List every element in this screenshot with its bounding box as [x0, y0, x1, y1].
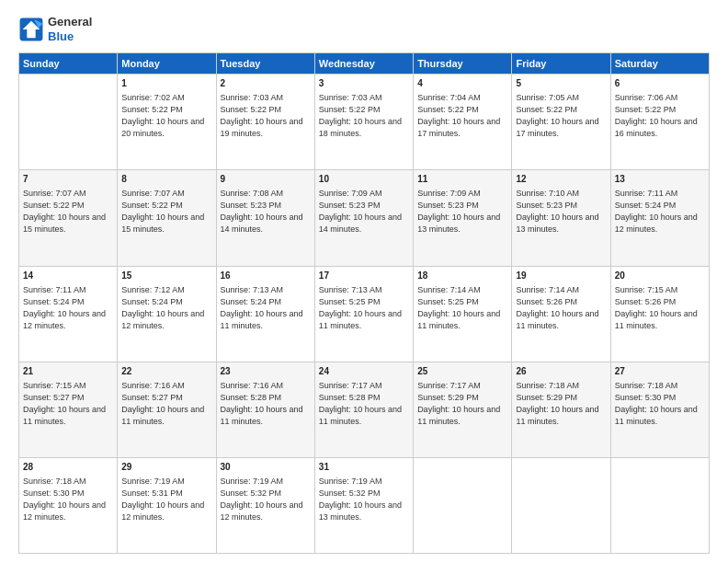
day-number: 29: [121, 461, 211, 474]
col-header-monday: Monday: [118, 53, 216, 75]
day-detail: Sunrise: 7:04 AM Sunset: 5:22 PM Dayligh…: [417, 92, 507, 140]
day-detail: Sunrise: 7:19 AM Sunset: 5:32 PM Dayligh…: [221, 476, 311, 523]
cell-w0-d1: 1Sunrise: 7:02 AM Sunset: 5:22 PM Daylig…: [118, 75, 216, 170]
col-header-saturday: Saturday: [610, 53, 709, 75]
cell-w3-d1: 22Sunrise: 7:16 AM Sunset: 5:27 PM Dayli…: [118, 362, 216, 457]
header-row: SundayMondayTuesdayWednesdayThursdayFrid…: [19, 53, 710, 75]
cell-w1-d4: 11Sunrise: 7:09 AM Sunset: 5:23 PM Dayli…: [414, 170, 512, 266]
day-detail: Sunrise: 7:07 AM Sunset: 5:22 PM Dayligh…: [121, 188, 211, 236]
logo: General Blue: [18, 15, 92, 43]
day-number: 22: [121, 365, 211, 378]
day-detail: Sunrise: 7:15 AM Sunset: 5:26 PM Dayligh…: [615, 284, 705, 332]
day-detail: Sunrise: 7:17 AM Sunset: 5:28 PM Dayligh…: [319, 380, 409, 428]
day-detail: Sunrise: 7:12 AM Sunset: 5:24 PM Dayligh…: [121, 284, 211, 332]
week-row-3: 21Sunrise: 7:15 AM Sunset: 5:27 PM Dayli…: [19, 362, 710, 457]
day-number: 19: [516, 270, 606, 282]
day-number: 8: [121, 173, 211, 186]
cell-w3-d4: 25Sunrise: 7:17 AM Sunset: 5:29 PM Dayli…: [414, 362, 512, 457]
cell-w2-d2: 16Sunrise: 7:13 AM Sunset: 5:24 PM Dayli…: [216, 266, 314, 362]
header: General Blue: [18, 15, 710, 43]
cell-w2-d5: 19Sunrise: 7:14 AM Sunset: 5:26 PM Dayli…: [512, 266, 610, 362]
day-number: 17: [319, 270, 409, 282]
cell-w1-d0: 7Sunrise: 7:07 AM Sunset: 5:22 PM Daylig…: [19, 170, 118, 266]
day-detail: Sunrise: 7:16 AM Sunset: 5:27 PM Dayligh…: [121, 380, 211, 428]
col-header-friday: Friday: [512, 53, 610, 75]
cell-w3-d6: 27Sunrise: 7:18 AM Sunset: 5:30 PM Dayli…: [610, 362, 709, 457]
cell-w0-d3: 3Sunrise: 7:03 AM Sunset: 5:22 PM Daylig…: [314, 75, 413, 170]
cell-w0-d5: 5Sunrise: 7:05 AM Sunset: 5:22 PM Daylig…: [512, 75, 610, 170]
day-detail: Sunrise: 7:03 AM Sunset: 5:22 PM Dayligh…: [221, 92, 311, 140]
cell-w2-d1: 15Sunrise: 7:12 AM Sunset: 5:24 PM Dayli…: [118, 266, 216, 362]
day-detail: Sunrise: 7:08 AM Sunset: 5:23 PM Dayligh…: [221, 188, 311, 236]
cell-w0-d0: [19, 75, 118, 170]
day-detail: Sunrise: 7:11 AM Sunset: 5:24 PM Dayligh…: [615, 188, 705, 236]
cell-w1-d5: 12Sunrise: 7:10 AM Sunset: 5:23 PM Dayli…: [512, 170, 610, 266]
day-number: 20: [615, 270, 705, 282]
day-detail: Sunrise: 7:18 AM Sunset: 5:30 PM Dayligh…: [23, 476, 113, 523]
cell-w4-d0: 28Sunrise: 7:18 AM Sunset: 5:30 PM Dayli…: [19, 457, 118, 553]
cell-w2-d0: 14Sunrise: 7:11 AM Sunset: 5:24 PM Dayli…: [19, 266, 118, 362]
day-number: 3: [319, 77, 409, 90]
cell-w0-d2: 2Sunrise: 7:03 AM Sunset: 5:22 PM Daylig…: [216, 75, 314, 170]
day-number: 11: [417, 173, 507, 186]
cell-w3-d3: 24Sunrise: 7:17 AM Sunset: 5:28 PM Dayli…: [314, 362, 413, 457]
logo-icon: [18, 17, 44, 42]
day-number: 31: [319, 461, 409, 474]
cell-w2-d4: 18Sunrise: 7:14 AM Sunset: 5:25 PM Dayli…: [414, 266, 512, 362]
day-detail: Sunrise: 7:05 AM Sunset: 5:22 PM Dayligh…: [516, 92, 606, 140]
day-number: 15: [121, 270, 211, 282]
cell-w4-d2: 30Sunrise: 7:19 AM Sunset: 5:32 PM Dayli…: [216, 457, 314, 553]
day-detail: Sunrise: 7:13 AM Sunset: 5:25 PM Dayligh…: [319, 284, 409, 332]
week-row-2: 14Sunrise: 7:11 AM Sunset: 5:24 PM Dayli…: [19, 266, 710, 362]
day-number: 4: [417, 77, 507, 90]
page: General Blue SundayMondayTuesdayWednesda…: [0, 0, 728, 563]
day-number: 24: [319, 365, 409, 378]
day-detail: Sunrise: 7:11 AM Sunset: 5:24 PM Dayligh…: [23, 284, 113, 332]
day-detail: Sunrise: 7:13 AM Sunset: 5:24 PM Dayligh…: [221, 284, 311, 332]
col-header-sunday: Sunday: [19, 53, 118, 75]
cell-w2-d6: 20Sunrise: 7:15 AM Sunset: 5:26 PM Dayli…: [610, 266, 709, 362]
cell-w0-d6: 6Sunrise: 7:06 AM Sunset: 5:22 PM Daylig…: [610, 75, 709, 170]
day-detail: Sunrise: 7:14 AM Sunset: 5:25 PM Dayligh…: [417, 284, 507, 332]
cell-w4-d1: 29Sunrise: 7:19 AM Sunset: 5:31 PM Dayli…: [118, 457, 216, 553]
day-detail: Sunrise: 7:06 AM Sunset: 5:22 PM Dayligh…: [615, 92, 705, 140]
day-number: 25: [417, 365, 507, 378]
day-detail: Sunrise: 7:19 AM Sunset: 5:31 PM Dayligh…: [121, 476, 211, 523]
cell-w3-d2: 23Sunrise: 7:16 AM Sunset: 5:28 PM Dayli…: [216, 362, 314, 457]
col-header-tuesday: Tuesday: [216, 53, 314, 75]
cell-w4-d5: [512, 457, 610, 553]
cell-w0-d4: 4Sunrise: 7:04 AM Sunset: 5:22 PM Daylig…: [414, 75, 512, 170]
day-number: 6: [615, 77, 705, 90]
logo-text: General Blue: [48, 15, 92, 43]
day-number: 27: [615, 365, 705, 378]
day-detail: Sunrise: 7:09 AM Sunset: 5:23 PM Dayligh…: [319, 188, 409, 236]
day-detail: Sunrise: 7:14 AM Sunset: 5:26 PM Dayligh…: [516, 284, 606, 332]
day-number: 2: [221, 77, 311, 90]
day-number: 14: [23, 270, 113, 282]
day-detail: Sunrise: 7:15 AM Sunset: 5:27 PM Dayligh…: [23, 380, 113, 428]
day-detail: Sunrise: 7:02 AM Sunset: 5:22 PM Dayligh…: [121, 92, 211, 140]
cell-w1-d6: 13Sunrise: 7:11 AM Sunset: 5:24 PM Dayli…: [610, 170, 709, 266]
day-detail: Sunrise: 7:09 AM Sunset: 5:23 PM Dayligh…: [417, 188, 507, 236]
day-number: 30: [221, 461, 311, 474]
day-number: 1: [121, 77, 211, 90]
cell-w1-d2: 9Sunrise: 7:08 AM Sunset: 5:23 PM Daylig…: [216, 170, 314, 266]
cell-w3-d5: 26Sunrise: 7:18 AM Sunset: 5:29 PM Dayli…: [512, 362, 610, 457]
day-number: 26: [516, 365, 606, 378]
day-number: 23: [221, 365, 311, 378]
day-number: 10: [319, 173, 409, 186]
col-header-thursday: Thursday: [414, 53, 512, 75]
cell-w1-d3: 10Sunrise: 7:09 AM Sunset: 5:23 PM Dayli…: [314, 170, 413, 266]
calendar-table: SundayMondayTuesdayWednesdayThursdayFrid…: [18, 52, 710, 554]
day-number: 7: [23, 173, 113, 186]
week-row-1: 7Sunrise: 7:07 AM Sunset: 5:22 PM Daylig…: [19, 170, 710, 266]
day-detail: Sunrise: 7:18 AM Sunset: 5:29 PM Dayligh…: [516, 380, 606, 428]
day-number: 13: [615, 173, 705, 186]
cell-w2-d3: 17Sunrise: 7:13 AM Sunset: 5:25 PM Dayli…: [314, 266, 413, 362]
cell-w1-d1: 8Sunrise: 7:07 AM Sunset: 5:22 PM Daylig…: [118, 170, 216, 266]
col-header-wednesday: Wednesday: [314, 53, 413, 75]
day-number: 9: [221, 173, 311, 186]
day-detail: Sunrise: 7:07 AM Sunset: 5:22 PM Dayligh…: [23, 188, 113, 236]
day-number: 18: [417, 270, 507, 282]
day-number: 28: [23, 461, 113, 474]
